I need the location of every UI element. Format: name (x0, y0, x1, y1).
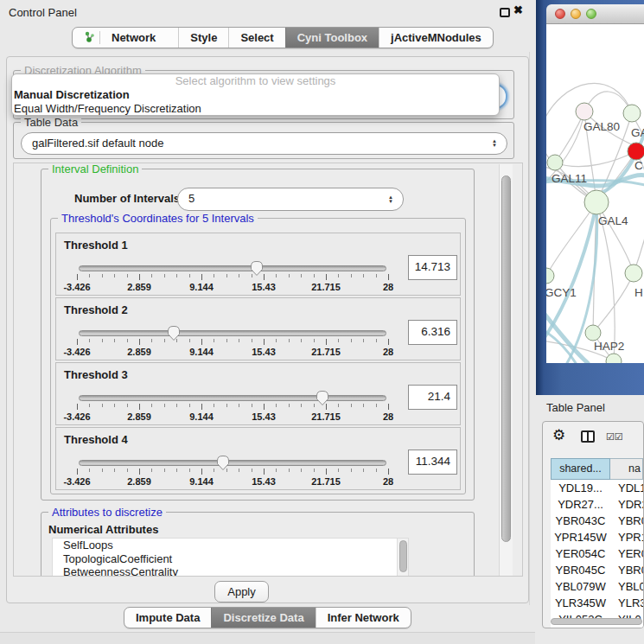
table-row[interactable]: YER054CYER0 (551, 545, 643, 562)
table-cell-shared-name[interactable]: YER054C (551, 545, 610, 562)
checkbox-icons[interactable]: ☑☑ (606, 431, 623, 443)
table-cell-name[interactable]: YER0 (610, 545, 643, 562)
tab-impute-data[interactable]: Impute Data (124, 608, 211, 628)
slider-tick (151, 339, 152, 342)
table-row[interactable]: YBL079WYBL0 (551, 578, 643, 595)
table-cell-name[interactable]: YDL1 (610, 480, 643, 496)
dropdown-option-manual[interactable]: Manual Discretization (12, 88, 499, 102)
threshold-slider[interactable]: -3.4262.8599.14415.4321.71528 (77, 258, 388, 294)
apply-button[interactable]: Apply (214, 581, 269, 603)
scrollbar-thumb[interactable] (399, 540, 407, 572)
numerical-attributes-list[interactable]: SelfLoopsTopologicalCoefficientBetweenne… (52, 538, 409, 577)
table-row[interactable]: YBR045CYBR0 (551, 562, 643, 578)
threshold-slider[interactable]: -3.4262.8599.14415.4321.71528 (77, 452, 388, 488)
slider-tick-label: -3.426 (63, 347, 90, 357)
network-window-titlebar[interactable] (546, 4, 644, 24)
attribute-list-item[interactable]: BetweennessCentrality (53, 565, 408, 577)
network-node[interactable] (547, 155, 563, 170)
slider-tick (252, 339, 252, 342)
slider-tick (102, 339, 103, 342)
threshold-value-field[interactable]: 14.713 (408, 255, 457, 280)
threshold-value-field[interactable]: 21.4 (408, 385, 457, 410)
column-header-name[interactable]: na (610, 458, 643, 480)
table-panel-window: ⚙ ☑☑ shared... na YDL19...YDL1YDR27...YD… (542, 421, 644, 628)
slider-track[interactable] (79, 460, 386, 466)
network-node[interactable] (546, 268, 554, 284)
table-row[interactable]: YDR27...YDR2 (551, 496, 643, 513)
attribute-list-item[interactable]: SelfLoops (53, 539, 408, 552)
table-cell-name[interactable]: YBR0 (610, 513, 643, 529)
close-icon[interactable]: ✖ (513, 3, 523, 16)
network-canvas[interactable]: GAL80GACGAL11GAL4GCY1HHAP2 (546, 24, 644, 363)
panel-title: Control Panel (9, 6, 77, 19)
table-row[interactable]: YLR345WYLR3 (551, 595, 643, 611)
slider-track[interactable] (79, 330, 386, 336)
table-cell-shared-name[interactable]: YDL19... (551, 480, 610, 496)
float-panel-icon[interactable] (500, 8, 510, 17)
attribute-list-item[interactable]: TopologicalCoefficient (53, 552, 408, 566)
group-title: Attributes to discretize (48, 506, 166, 519)
table-cell-shared-name[interactable]: YLR345W (551, 595, 610, 611)
tab-network[interactable]: Network (73, 28, 178, 48)
network-node[interactable] (584, 190, 609, 214)
network-node[interactable] (628, 143, 644, 160)
column-header-shared-name[interactable]: shared... (551, 458, 610, 480)
table-cell-name[interactable]: YDR2 (610, 496, 643, 513)
zoom-traffic-light-icon[interactable] (586, 9, 596, 19)
network-node[interactable] (625, 265, 642, 282)
slider-tick (214, 404, 214, 407)
vertical-scrollbar[interactable] (499, 164, 513, 577)
table-cell-name[interactable]: YBR0 (610, 562, 643, 578)
threshold-value-field[interactable]: 11.344 (408, 450, 457, 475)
slider-tick (89, 404, 90, 407)
tab-style[interactable]: Style (178, 28, 228, 48)
table-row[interactable]: YBR043CYBR0 (551, 513, 643, 529)
slider-tick-label: 28 (383, 411, 393, 422)
threshold-value-field[interactable]: 6.316 (408, 320, 457, 345)
column-layout-icon[interactable] (581, 430, 595, 443)
threshold-label: Threshold 3 (64, 368, 128, 381)
table-cell-name[interactable]: YPR1 (610, 529, 643, 545)
tab-select[interactable]: Select (228, 28, 284, 48)
number-of-intervals-combobox[interactable]: 5 ▲▼ (177, 188, 404, 211)
scrollbar-thumb[interactable] (501, 175, 511, 542)
table-row[interactable]: YPR145WYPR1 (551, 529, 643, 545)
table-cell-shared-name[interactable]: YDR27... (551, 496, 610, 513)
close-traffic-light-icon[interactable] (555, 9, 565, 19)
threshold-slider[interactable]: -3.4262.8599.14415.4321.71528 (77, 322, 388, 359)
slider-thumb[interactable] (315, 389, 330, 406)
slider-tick (239, 469, 239, 472)
network-node[interactable] (585, 325, 601, 341)
network-node[interactable] (576, 103, 593, 120)
tab-cyni-toolbox[interactable]: Cyni Toolbox (285, 28, 379, 48)
table-cell-shared-name[interactable]: YPR145W (551, 529, 610, 545)
table-row[interactable]: YDL19...YDL1 (551, 480, 643, 496)
slider-thumb[interactable] (215, 454, 231, 471)
slider-thumb[interactable] (166, 324, 182, 341)
table-cell-shared-name[interactable]: YBL079W (551, 578, 610, 595)
scrollbar-thumb[interactable] (551, 618, 642, 625)
slider-tick (289, 404, 290, 407)
tab-discretize-data[interactable]: Discretize Data (211, 608, 315, 628)
minimize-traffic-light-icon[interactable] (571, 9, 581, 19)
table-data-combobox[interactable]: galFiltered.sif default node ▲▼ (21, 132, 507, 155)
network-node[interactable] (623, 105, 641, 122)
table-cell-shared-name[interactable]: YBR045C (551, 562, 610, 578)
slider-tick (239, 274, 239, 277)
tab-infer-network[interactable]: Infer Network (316, 608, 411, 628)
slider-tick (189, 339, 190, 342)
horizontal-scrollbar[interactable] (551, 618, 642, 626)
list-scrollbar[interactable] (397, 539, 408, 577)
threshold-slider[interactable]: -3.4262.8599.14415.4321.71528 (77, 387, 388, 424)
tab-jactivemnodules[interactable]: jActiveMNodules (379, 28, 493, 48)
table-cell-name[interactable]: YBL0 (610, 578, 643, 595)
table-cell-shared-name[interactable]: YBR043C (551, 513, 610, 529)
slider-track[interactable] (79, 265, 386, 271)
slider-tick (151, 469, 152, 472)
panel-divider (529, 52, 530, 605)
table-cell-name[interactable]: YLR3 (610, 595, 643, 611)
slider-track[interactable] (79, 395, 386, 401)
gear-icon[interactable]: ⚙ (552, 426, 565, 444)
dropdown-option-equal-width[interactable]: Equal Width/Frequency Discretization (12, 102, 499, 116)
slider-thumb[interactable] (249, 259, 265, 277)
